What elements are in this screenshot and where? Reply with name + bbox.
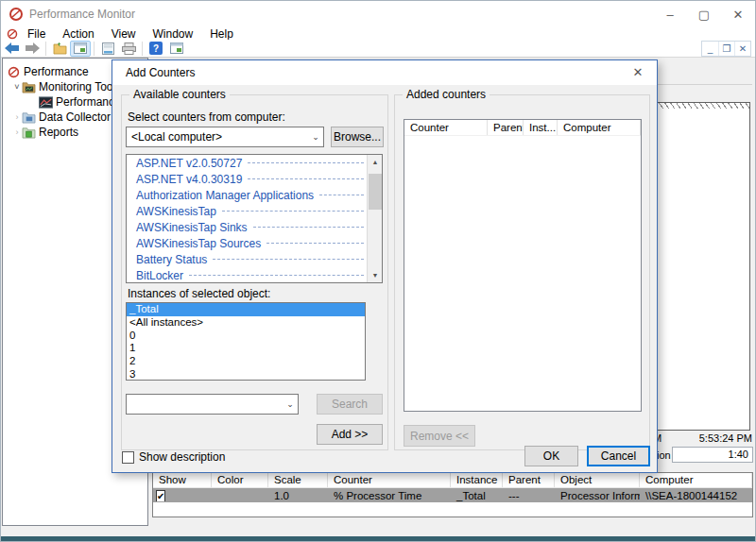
mdi-minimize-button[interactable]: _ — [702, 42, 718, 56]
instance-search-input[interactable] — [127, 395, 283, 414]
perfmon-logo-icon — [7, 28, 18, 40]
perfmon-view-button[interactable] — [166, 41, 187, 57]
tree-item-reports[interactable]: › Reports — [12, 125, 78, 140]
search-button[interactable]: Search — [317, 394, 383, 415]
title-bar: Performance Monitor – ▢ ✕ — [1, 1, 755, 27]
show-description-label: Show description — [139, 450, 225, 464]
legend-col-instance[interactable]: Instance — [451, 473, 503, 487]
counter-item[interactable]: AWSKinesisTap Sinks — [127, 219, 382, 235]
available-counter-list[interactable]: ASP.NET v2.0.50727 ASP.NET v4.0.30319 Au… — [126, 154, 383, 283]
print-button[interactable] — [118, 41, 139, 57]
instance-search-combobox[interactable]: ⌄ — [126, 394, 299, 415]
counter-item[interactable]: ASP.NET v2.0.50727 — [127, 155, 382, 171]
forward-button[interactable] — [22, 41, 43, 57]
menu-view[interactable]: View — [106, 27, 142, 41]
legend-header-row: Show Color Scale Counter Instance Parent… — [153, 473, 752, 488]
toolbar-separator — [94, 42, 94, 56]
chevron-down-icon[interactable]: ⌄ — [308, 132, 323, 142]
legend-col-scale[interactable]: Scale — [268, 473, 328, 487]
dialog-title-bar: Add Counters ✕ — [112, 60, 657, 85]
minimize-button[interactable]: – — [653, 1, 687, 27]
dialog-close-icon[interactable]: ✕ — [628, 64, 647, 81]
scroll-up-icon[interactable]: ▲ — [368, 155, 383, 169]
menu-window[interactable]: Window — [147, 27, 199, 41]
legend-col-counter[interactable]: Counter — [328, 473, 451, 487]
pane-divider-line — [658, 84, 752, 85]
counter-item[interactable]: BitLocker — [127, 267, 382, 283]
counter-legend-table: Show Color Scale Counter Instance Parent… — [152, 472, 753, 517]
properties-icon — [102, 42, 114, 55]
added-col-parent[interactable]: Parent — [488, 120, 524, 135]
added-counters-group: Added counters Counter Parent Inst... Co… — [394, 94, 650, 450]
open-button[interactable] — [49, 41, 70, 57]
instance-item[interactable]: 3 — [127, 368, 365, 381]
added-counters-list[interactable]: Counter Parent Inst... Computer — [404, 119, 642, 412]
instance-item-selected[interactable]: _Total — [127, 303, 365, 316]
perfmon-logo-icon — [9, 7, 24, 22]
browse-button[interactable]: Browse... — [331, 127, 384, 147]
legend-scale-value: 1.0 — [268, 490, 328, 501]
instance-item[interactable]: <All instances> — [127, 316, 365, 330]
counter-item[interactable]: ASP.NET v4.0.30319 — [127, 171, 382, 187]
collapsed-chevron-icon[interactable]: › — [12, 127, 22, 137]
counter-item[interactable]: Authorization Manager Applications — [127, 187, 382, 203]
maximize-button[interactable]: ▢ — [687, 1, 721, 27]
menu-file[interactable]: File — [22, 27, 51, 41]
show-description-row[interactable]: Show description — [122, 450, 225, 464]
expanded-chevron-icon[interactable]: ˅ — [12, 82, 22, 92]
toolbar: ? _ ❐ ✕ — [1, 40, 755, 58]
legend-col-parent[interactable]: Parent — [503, 473, 555, 487]
time-axis-latest-label: 5:53:24 PM — [684, 432, 752, 444]
tree-item-performance[interactable]: Performance — [7, 64, 89, 79]
printer-icon — [122, 42, 136, 55]
properties-button[interactable] — [97, 41, 118, 57]
legend-object-value: Processor Information — [555, 490, 640, 501]
current-activity-button[interactable] — [70, 41, 91, 57]
instance-item[interactable]: 2 — [127, 355, 365, 368]
legend-col-show[interactable]: Show — [153, 473, 212, 487]
ok-button[interactable]: OK — [524, 446, 578, 466]
help-icon: ? — [149, 42, 163, 55]
show-checkbox[interactable]: ✔ — [156, 490, 165, 501]
chevron-down-icon[interactable]: ⌄ — [283, 399, 298, 409]
legend-instance-value: _Total — [451, 490, 503, 501]
scroll-down-icon[interactable]: ▼ — [368, 268, 383, 282]
performance-monitor-icon — [39, 96, 53, 109]
add-button[interactable]: Add >> — [317, 424, 383, 445]
back-button[interactable] — [1, 41, 22, 57]
instance-item[interactable]: 1 — [127, 342, 365, 355]
mdi-restore-button[interactable]: ❐ — [718, 42, 734, 56]
counter-item[interactable]: AWSKinesisTap Sources — [127, 235, 382, 251]
added-col-computer[interactable]: Computer — [558, 120, 641, 135]
cancel-button[interactable]: Cancel — [587, 446, 650, 466]
perfmon-logo-icon — [7, 66, 21, 78]
tree-item-monitoring-tools[interactable]: ˅ Monitoring Tools — [12, 79, 121, 94]
added-col-counter[interactable]: Counter — [404, 120, 488, 135]
menu-action[interactable]: Action — [57, 27, 99, 41]
legend-col-computer[interactable]: Computer — [640, 473, 752, 487]
counter-list-scrollbar[interactable]: ▲ ▼ — [367, 155, 382, 282]
collapsed-chevron-icon[interactable]: › — [12, 112, 22, 122]
counter-item[interactable]: AWSKinesisTap — [127, 203, 382, 219]
select-computer-label: Select counters from computer: — [128, 110, 285, 124]
instances-list[interactable]: _Total <All instances> 0 1 2 3 — [126, 302, 366, 381]
help-button[interactable]: ? — [146, 41, 166, 57]
legend-counter-row[interactable]: ✔ 1.0 % Processor Time _Total --- Proces… — [153, 488, 752, 502]
computer-combobox[interactable]: <Local computer> ⌄ — [126, 127, 324, 147]
legend-col-object[interactable]: Object — [555, 473, 640, 487]
menu-help[interactable]: Help — [204, 27, 239, 41]
instance-item[interactable]: 0 — [127, 330, 365, 343]
mdi-close-button[interactable]: ✕ — [734, 42, 750, 56]
toolbar-separator — [142, 42, 143, 56]
remove-button[interactable]: Remove << — [404, 425, 475, 447]
legend-col-color[interactable]: Color — [212, 473, 268, 487]
added-col-instance[interactable]: Inst... — [524, 120, 558, 135]
close-button[interactable]: ✕ — [721, 1, 755, 27]
monitoring-tools-folder-icon — [22, 81, 36, 93]
show-description-checkbox[interactable] — [122, 451, 134, 464]
data-collector-sets-icon — [22, 111, 36, 124]
available-counters-label: Available counters — [129, 88, 230, 101]
counter-item[interactable]: Battery Status — [127, 251, 382, 267]
reports-icon — [22, 127, 36, 139]
scrollbar-thumb[interactable] — [369, 174, 382, 210]
